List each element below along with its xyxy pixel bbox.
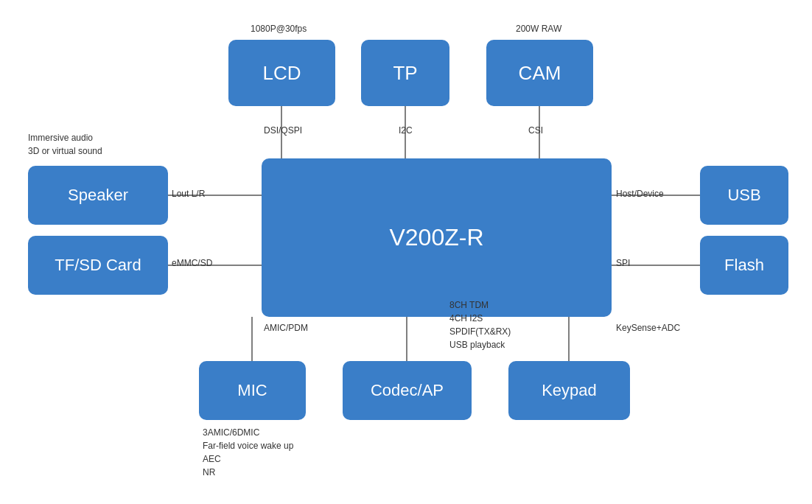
host-label: Host/Device: [616, 189, 664, 199]
spi-label: SPI: [616, 258, 630, 268]
flash-block: Flash: [700, 236, 788, 295]
tp-label: TP: [393, 62, 417, 85]
flash-label: Flash: [724, 256, 764, 275]
codec-block: Codec/AP: [343, 361, 472, 420]
emmc-label: eMMC/SD: [172, 258, 212, 268]
codec-label: Codec/AP: [371, 381, 444, 400]
lout-label: Lout L/R: [172, 189, 205, 199]
keysense-label: KeySense+ADC: [616, 323, 680, 333]
i2c-label: I2C: [399, 125, 413, 136]
csi-label: CSI: [528, 125, 543, 136]
center-block: V200Z-R: [262, 158, 612, 317]
cam-label: CAM: [519, 62, 561, 85]
lcd-label: LCD: [262, 62, 301, 85]
cam-spec-label: 200W RAW: [516, 24, 561, 34]
keypad-block: Keypad: [508, 361, 630, 420]
mic-desc-label: 3AMIC/6DMIC Far-field voice wake up AEC …: [203, 426, 293, 479]
diagram: LCD TP CAM V200Z-R Speaker TF/SD Card US…: [0, 0, 812, 504]
lcd-spec-label: 1080P@30fps: [251, 24, 307, 34]
usb-block: USB: [700, 166, 788, 225]
speaker-desc-label: Immersive audio 3D or virtual sound: [28, 131, 102, 158]
usb-label: USB: [727, 186, 760, 205]
lcd-block: LCD: [228, 40, 335, 106]
audio-lines-label: 8CH TDM 4CH I2S SPDIF(TX&RX) USB playbac…: [449, 298, 511, 351]
speaker-label: Speaker: [68, 186, 128, 205]
dsi-label: DSI/QSPI: [264, 125, 302, 136]
amic-label: AMIC/PDM: [264, 323, 308, 333]
keypad-label: Keypad: [542, 381, 597, 400]
tfsd-label: TF/SD Card: [55, 256, 141, 275]
center-label: V200Z-R: [389, 224, 483, 251]
cam-block: CAM: [486, 40, 593, 106]
tp-block: TP: [361, 40, 449, 106]
mic-block: MIC: [199, 361, 306, 420]
mic-label: MIC: [237, 381, 267, 400]
tfsd-block: TF/SD Card: [28, 236, 168, 295]
speaker-block: Speaker: [28, 166, 168, 225]
